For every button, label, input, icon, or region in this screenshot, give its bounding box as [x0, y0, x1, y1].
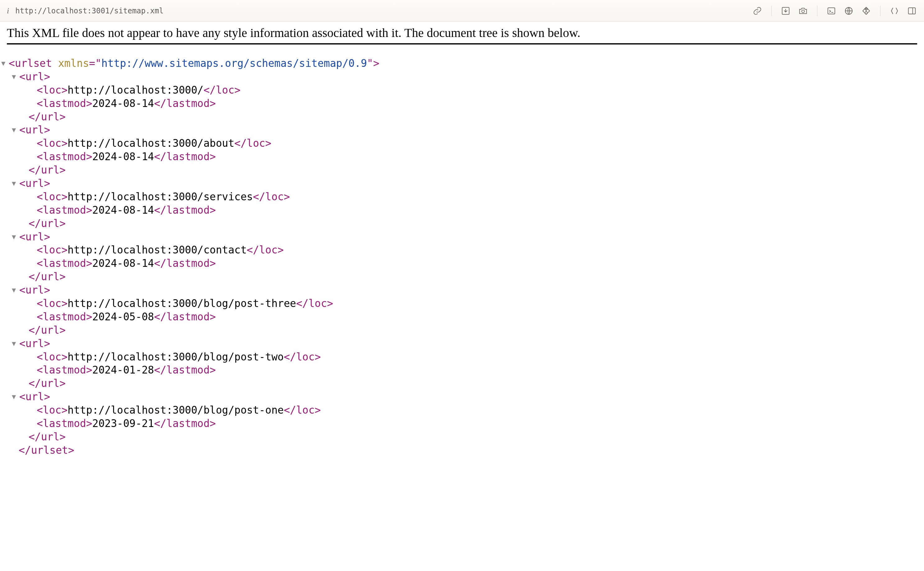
- xml-lastmod: <lastmod>2024-08-14</lastmod>: [9, 204, 917, 217]
- xml-root-close: </urlset>: [9, 444, 917, 457]
- xml-url-open: ▼<url>: [9, 284, 917, 297]
- xml-lastmod-text: 2024-08-14: [92, 97, 154, 110]
- xml-style-warning-message: This XML file does not appear to have an…: [7, 26, 917, 45]
- xml-url-close: </url>: [9, 270, 917, 284]
- xml-lastmod: <lastmod>2024-08-14</lastmod>: [9, 150, 917, 164]
- xml-lastmod-text: 2024-08-14: [92, 151, 154, 163]
- xml-loc-text: http://localhost:3000/blog/post-two: [68, 351, 283, 363]
- xml-loc: <loc>http://localhost:3000/</loc>: [9, 84, 917, 97]
- xml-url-open: ▼<url>: [9, 123, 917, 137]
- xml-lastmod-text: 2024-08-14: [92, 204, 154, 216]
- xml-loc: <loc>http://localhost:3000/contact</loc>: [9, 244, 917, 257]
- page-url: http://localhost:3001/sitemap.xml: [15, 6, 163, 15]
- xml-url-close: </url>: [9, 431, 917, 444]
- site-info-icon[interactable]: i: [7, 6, 9, 15]
- expand-icon[interactable]: [889, 6, 900, 16]
- xml-lastmod: <lastmod>2024-05-08</lastmod>: [9, 310, 917, 324]
- xml-url-close: </url>: [9, 110, 917, 124]
- xml-loc: <loc>http://localhost:3000/blog/post-two…: [9, 350, 917, 364]
- xml-url-close: </url>: [9, 377, 917, 390]
- xml-loc-text: http://localhost:3000/blog/post-one: [68, 404, 283, 416]
- xml-loc-text: http://localhost:3000/blog/post-three: [68, 297, 296, 309]
- xml-url-open: ▼<url>: [9, 337, 917, 350]
- toolbar-actions: [752, 6, 917, 16]
- xml-url-close: </url>: [9, 324, 917, 337]
- sidebar-toggle-icon[interactable]: [907, 6, 917, 16]
- xml-loc-text: http://localhost:3000/services: [68, 191, 253, 203]
- xml-root-open: ▼<urlset xmlns="http://www.sitemaps.org/…: [9, 57, 917, 70]
- xml-lastmod: <lastmod>2023-09-21</lastmod>: [9, 417, 917, 431]
- address-bar[interactable]: i http://localhost:3001/sitemap.xml: [7, 6, 752, 15]
- xml-lastmod-text: 2024-01-28: [92, 364, 154, 376]
- globe-icon[interactable]: [844, 6, 854, 16]
- xml-tree: ▼<urlset xmlns="http://www.sitemaps.org/…: [0, 45, 924, 470]
- console-icon[interactable]: [826, 6, 837, 16]
- xml-loc: <loc>http://localhost:3000/about</loc>: [9, 137, 917, 150]
- xml-loc-text: http://localhost:3000/about: [68, 137, 234, 149]
- svg-rect-4: [909, 8, 916, 14]
- xml-url-open: ▼<url>: [9, 70, 917, 84]
- xml-loc: <loc>http://localhost:3000/services</loc…: [9, 190, 917, 204]
- xml-url-close: </url>: [9, 217, 917, 230]
- svg-point-1: [802, 10, 805, 12]
- xml-lastmod-text: 2024-05-08: [92, 311, 154, 323]
- xml-lastmod-text: 2023-09-21: [92, 417, 154, 429]
- crosshair-icon[interactable]: [861, 6, 872, 16]
- xml-url-close: </url>: [9, 164, 917, 177]
- xml-loc-text: http://localhost:3000/: [68, 84, 203, 96]
- browser-toolbar: i http://localhost:3001/sitemap.xml: [0, 0, 924, 22]
- xml-loc: <loc>http://localhost:3000/blog/post-thr…: [9, 297, 917, 310]
- xml-url-open: ▼<url>: [9, 177, 917, 190]
- xml-lastmod: <lastmod>2024-01-28</lastmod>: [9, 364, 917, 377]
- download-icon[interactable]: [780, 6, 791, 16]
- svg-rect-2: [828, 8, 835, 14]
- toolbar-separator: [880, 6, 881, 16]
- xml-loc-text: http://localhost:3000/contact: [68, 244, 246, 256]
- xml-url-open: ▼<url>: [9, 390, 917, 404]
- link-icon[interactable]: [752, 6, 763, 16]
- xml-lastmod: <lastmod>2024-08-14</lastmod>: [9, 257, 917, 270]
- xml-loc: <loc>http://localhost:3000/blog/post-one…: [9, 404, 917, 417]
- xml-url-open: ▼<url>: [9, 230, 917, 244]
- xml-lastmod-text: 2024-08-14: [92, 257, 154, 269]
- xml-lastmod: <lastmod>2024-08-14</lastmod>: [9, 97, 917, 110]
- camera-icon[interactable]: [798, 6, 808, 16]
